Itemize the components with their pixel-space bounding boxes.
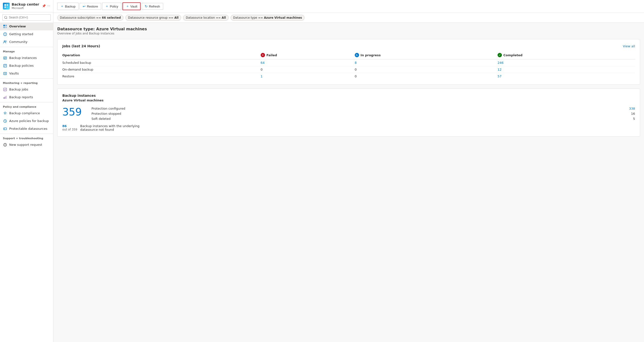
sidebar-item-backup-jobs[interactable]: Backup jobs xyxy=(0,86,53,94)
filter-type[interactable]: Datasource type == Azure Virtual machine… xyxy=(230,15,305,20)
sidebar-item-new-support[interactable]: New support request xyxy=(0,141,53,149)
header-actions[interactable]: 📌 ··· xyxy=(42,4,50,8)
content-area: Datasource type: Azure Virtual machines … xyxy=(53,23,644,342)
section-label-support: Support + troubleshooting xyxy=(0,134,53,141)
sidebar-item-backup-reports[interactable]: Backup reports xyxy=(0,94,53,101)
in-progress-cell: 0 xyxy=(355,73,498,80)
jobs-card-title: Jobs (last 24 Hours) xyxy=(62,44,100,48)
detail-value[interactable]: 338 xyxy=(625,107,635,110)
filter-location-text: Datasource location == All xyxy=(186,16,226,20)
instances-card-title: Backup instances xyxy=(62,94,635,98)
page-title: Datasource type: Azure Virtual machines xyxy=(57,27,640,31)
app-subtitle: Microsoft xyxy=(12,6,39,10)
detail-row: Protection configured 338 xyxy=(92,106,635,111)
policy-button[interactable]: ＋ Policy xyxy=(102,3,122,10)
sidebar-item-label: Azure policies for backup xyxy=(9,119,49,123)
col-completed-label: Completed xyxy=(503,53,522,57)
sidebar-item-azure-policies[interactable]: Azure policies for backup xyxy=(0,117,53,125)
backup-button[interactable]: ＋ Backup xyxy=(57,3,78,10)
completed-cell[interactable]: 12 xyxy=(498,66,635,73)
detail-row: Soft deleted 5 xyxy=(92,116,635,121)
policy-button-label: Policy xyxy=(110,4,118,8)
sidebar-item-label: New support request xyxy=(9,143,42,146)
svg-point-21 xyxy=(4,128,5,129)
overview-icon xyxy=(3,24,7,28)
filter-resource-group[interactable]: Datasource resource group == All xyxy=(125,15,181,20)
failed-cell[interactable]: 1 xyxy=(261,73,355,80)
detail-label: Protection configured xyxy=(92,107,125,110)
sidebar-item-backup-instances[interactable]: Backup instances xyxy=(0,54,53,62)
footer-count[interactable]: 86 xyxy=(62,124,77,128)
getting-started-icon xyxy=(3,32,7,36)
svg-rect-0 xyxy=(4,4,6,6)
completed-cell[interactable]: 246 xyxy=(498,60,635,66)
sidebar-item-protectable-datasources[interactable]: Protectable datasources xyxy=(0,125,53,133)
in-progress-cell: 0 xyxy=(355,66,498,73)
detail-label: Protection stopped xyxy=(92,112,121,116)
sidebar-item-label: Protectable datasources xyxy=(9,127,47,130)
refresh-icon: ↻ xyxy=(145,4,148,8)
sidebar-item-overview[interactable]: Overview xyxy=(0,22,53,30)
sidebar-item-label: Backup compliance xyxy=(9,111,40,115)
footer-count-group: 86 out of 359 xyxy=(62,124,77,131)
table-row: On-demand backup 0 0 12 xyxy=(62,66,635,73)
col-completed: ✓ Completed xyxy=(498,52,635,60)
svg-rect-1 xyxy=(6,4,8,6)
sidebar-item-label: Getting started xyxy=(9,32,33,36)
sidebar-header: Backup center Microsoft 📌 ··· xyxy=(0,0,53,12)
instances-card: Backup instances Azure Virtual machines … xyxy=(57,88,640,136)
refresh-button[interactable]: ↻ Refresh xyxy=(142,3,163,10)
restore-button[interactable]: ↩ Restore xyxy=(80,3,101,10)
completed-cell[interactable]: 57 xyxy=(498,73,635,80)
col-in-progress: ↻ In progress xyxy=(355,52,498,60)
restore-button-label: Restore xyxy=(87,4,98,8)
col-failed-label: Failed xyxy=(266,53,277,57)
backup-compliance-icon xyxy=(3,111,7,116)
sidebar-item-getting-started[interactable]: Getting started xyxy=(0,30,53,38)
detail-label: Soft deleted xyxy=(92,117,110,120)
more-icon[interactable]: ··· xyxy=(47,4,50,8)
svg-rect-7 xyxy=(5,27,7,28)
vault-button[interactable]: ＋ Vault xyxy=(122,2,141,10)
instances-layout: 359 Protection configured 338 Protection… xyxy=(62,106,635,121)
svg-rect-11 xyxy=(4,57,6,59)
main-content: ＋ Backup ↩ Restore ＋ Policy ＋ Vault ↻ Re… xyxy=(53,0,644,342)
sidebar-item-backup-policies[interactable]: Backup policies xyxy=(0,62,53,70)
filter-resource-group-text: Datasource resource group == All xyxy=(128,16,178,20)
svg-point-9 xyxy=(4,40,5,42)
backup-instances-icon xyxy=(3,56,7,60)
footer-desc: Backup instances with the underlying dat… xyxy=(80,124,153,132)
filter-subscription[interactable]: Datasource subscription == 66 selected xyxy=(57,15,124,20)
sidebar-item-community[interactable]: Community xyxy=(0,38,53,46)
section-label-policy: Policy and compliance xyxy=(0,102,53,110)
sidebar-item-backup-compliance[interactable]: Backup compliance xyxy=(0,110,53,117)
app-title: Backup center xyxy=(12,2,39,6)
vault-plus-icon: ＋ xyxy=(126,4,129,8)
instances-details: Protection configured 338 Protection sto… xyxy=(92,106,635,121)
app-logo xyxy=(3,3,10,10)
instances-total-count[interactable]: 359 xyxy=(62,106,82,118)
failed-icon: ✕ xyxy=(261,53,265,57)
pin-icon[interactable]: 📌 xyxy=(42,4,46,8)
sidebar-item-label: Overview xyxy=(9,24,26,28)
sidebar-item-label: Backup instances xyxy=(9,56,37,60)
sidebar-item-label: Backup policies xyxy=(9,64,34,68)
view-all-link[interactable]: View all xyxy=(623,44,635,48)
new-support-icon xyxy=(3,142,7,147)
failed-cell[interactable]: 64 xyxy=(261,60,355,66)
filter-location[interactable]: Datasource location == All xyxy=(183,15,228,20)
svg-rect-17 xyxy=(5,96,6,99)
svg-rect-4 xyxy=(4,25,5,26)
svg-point-10 xyxy=(6,40,7,42)
community-icon xyxy=(3,40,7,44)
search-input[interactable] xyxy=(2,14,51,20)
failed-cell: 0 xyxy=(261,66,355,73)
svg-rect-2 xyxy=(4,6,6,8)
filter-subscription-text: Datasource subscription == 66 selected xyxy=(60,16,121,20)
sidebar-item-label: Backup reports xyxy=(9,95,33,99)
vault-button-label: Vault xyxy=(130,4,138,8)
sidebar-item-vaults[interactable]: Vaults xyxy=(0,70,53,77)
section-label-monitoring: Monitoring + reporting xyxy=(0,78,53,86)
sidebar-nav: Overview Getting started Community Manag… xyxy=(0,22,53,342)
in-progress-cell[interactable]: 8 xyxy=(355,60,498,66)
